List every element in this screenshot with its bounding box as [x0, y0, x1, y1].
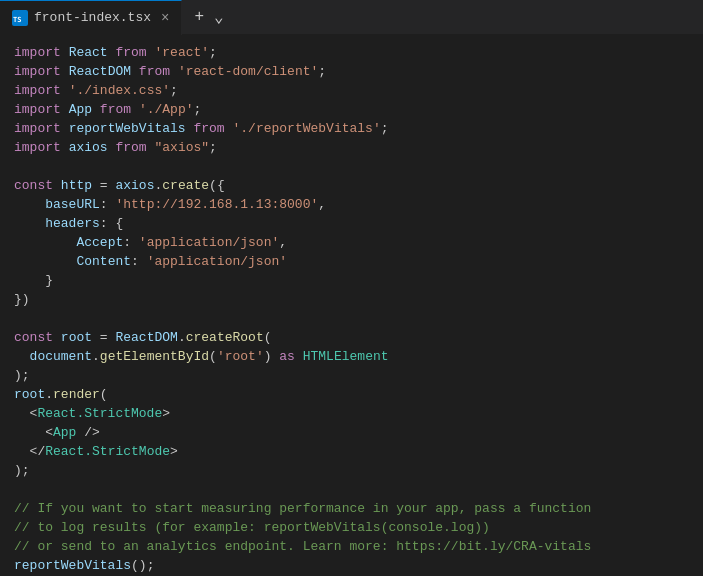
code-line: // or send to an analytics endpoint. Lea…: [0, 537, 703, 556]
code-line: import reportWebVitals from './reportWeb…: [0, 119, 703, 138]
code-line: import axios from "axios";: [0, 138, 703, 157]
code-line: root.render(: [0, 385, 703, 404]
code-line: }): [0, 290, 703, 309]
code-line: import React from 'react';: [0, 43, 703, 62]
code-line: <App />: [0, 423, 703, 442]
code-line: const root = ReactDOM.createRoot(: [0, 328, 703, 347]
active-tab[interactable]: TS front-index.tsx ×: [0, 0, 182, 35]
code-editor[interactable]: import React from 'react'; import ReactD…: [0, 35, 703, 576]
code-line: document.getElementById('root') as HTMLE…: [0, 347, 703, 366]
code-line: );: [0, 461, 703, 480]
editor-window: TS front-index.tsx × + ⌄ import React fr…: [0, 0, 703, 576]
code-line: [0, 157, 703, 176]
tab-filename: front-index.tsx: [34, 10, 151, 25]
code-line: );: [0, 366, 703, 385]
code-line: [0, 480, 703, 499]
tab-close-button[interactable]: ×: [161, 10, 169, 26]
code-line: // If you want to start measuring perfor…: [0, 499, 703, 518]
svg-text:TS: TS: [13, 16, 21, 24]
code-line: [0, 309, 703, 328]
code-line: }: [0, 271, 703, 290]
code-line: Content: 'application/json': [0, 252, 703, 271]
code-line: reportWebVitals();: [0, 556, 703, 575]
tab-actions: + ⌄: [190, 7, 227, 27]
code-line: const http = axios.create({: [0, 176, 703, 195]
tab-bar: TS front-index.tsx × + ⌄: [0, 0, 703, 35]
code-line: <React.StrictMode>: [0, 404, 703, 423]
code-line: // to log results (for example: reportWe…: [0, 518, 703, 537]
code-line: import ReactDOM from 'react-dom/client';: [0, 62, 703, 81]
code-line: </React.StrictMode>: [0, 442, 703, 461]
code-line: import App from './App';: [0, 100, 703, 119]
code-line: Accept: 'application/json',: [0, 233, 703, 252]
tab-list-dropdown[interactable]: ⌄: [210, 7, 228, 27]
code-line: headers: {: [0, 214, 703, 233]
code-line: baseURL: 'http://192.168.1.13:8000',: [0, 195, 703, 214]
code-line: import './index.css';: [0, 81, 703, 100]
tsx-file-icon: TS: [12, 10, 28, 26]
new-tab-button[interactable]: +: [190, 8, 208, 26]
